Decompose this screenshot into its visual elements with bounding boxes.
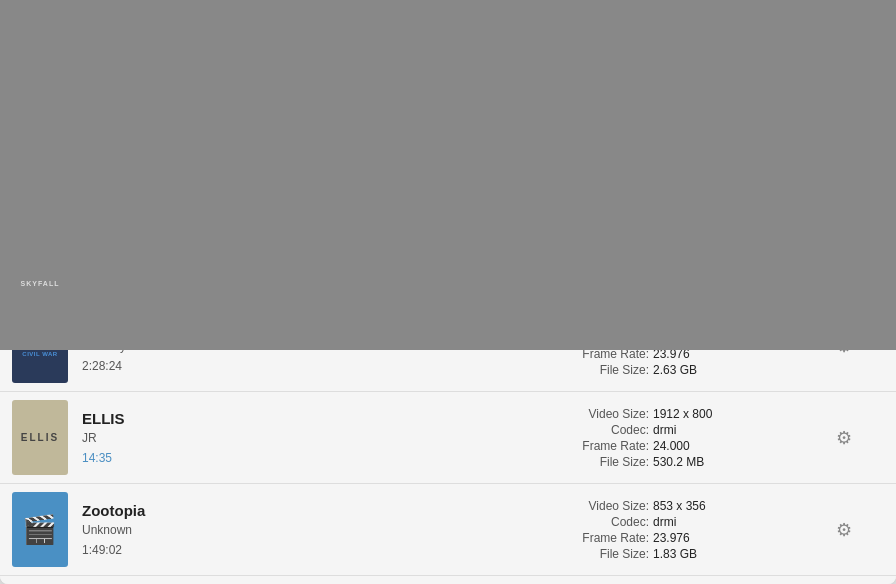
movie-row[interactable]: SKYFALL Skyfall Sam Mendes 2:23:25 Video…: [0, 208, 896, 300]
movie-action[interactable]: ⚙: [804, 427, 884, 449]
movie-director: JR: [82, 431, 544, 445]
spec-codec: Codec: drmi: [564, 515, 784, 529]
spec-frame-rate: Frame Rate: 23.976: [564, 531, 784, 545]
movie-action[interactable]: ⚙: [804, 519, 884, 541]
movie-title: Zootopia: [82, 502, 544, 519]
app-window: Ondesoft iTunes DRM Media Converter Add …: [0, 0, 896, 584]
spec-frame-rate: Frame Rate: 24.000: [564, 439, 784, 453]
spec-file-size: File Size: 530.2 MB: [564, 455, 784, 469]
spec-video-size: Video Size: 853 x 356: [564, 499, 784, 513]
movie-duration: 2:28:24: [82, 359, 544, 373]
movie-row[interactable]: ELLIS ELLIS JR 14:35 Video Size: 1912 x …: [0, 392, 896, 484]
spec-file-size: File Size: 2.63 GB: [564, 363, 784, 377]
settings-icon[interactable]: ⚙: [836, 519, 852, 541]
movie-thumbnail: 🎬: [12, 492, 68, 567]
spec-file-size: File Size: 1.83 GB: [564, 547, 784, 561]
movie-list: ACLOCKWORKORANGE 👁 A Clockwork Orange St…: [0, 116, 896, 584]
spec-video-size: Video Size: 1912 x 800: [564, 407, 784, 421]
movie-director: Unknown: [82, 523, 544, 537]
movie-specs: Video Size: 853 x 356 Codec: drmi Frame …: [564, 499, 784, 561]
movie-duration: 14:35: [82, 451, 544, 465]
movie-info: Zootopia Unknown 1:49:02: [82, 502, 544, 557]
spec-codec: Codec: drmi: [564, 423, 784, 437]
settings-icon[interactable]: ⚙: [836, 427, 852, 449]
movie-title: ELLIS: [82, 410, 544, 427]
movie-info: ELLIS JR 14:35: [82, 410, 544, 465]
movie-specs: Video Size: 1912 x 800 Codec: drmi Frame…: [564, 407, 784, 469]
movie-thumbnail: SKYFALL: [12, 216, 68, 291]
movie-thumbnail: ELLIS: [12, 400, 68, 475]
movie-duration: 1:49:02: [82, 543, 544, 557]
movie-row[interactable]: 🎬 Zootopia Unknown 1:49:02 Video Size: 8…: [0, 484, 896, 576]
